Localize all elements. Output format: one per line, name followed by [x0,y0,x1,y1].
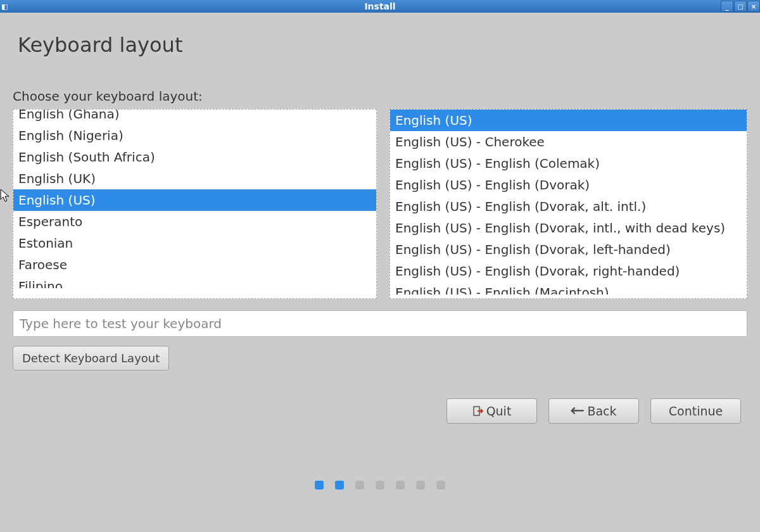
back-label: Back [587,404,616,418]
keyboard-test-input[interactable] [13,310,747,337]
progress-dot [396,481,405,490]
quit-label: Quit [486,404,512,418]
progress-dot [416,481,425,490]
progress-dot [355,481,364,490]
continue-button[interactable]: Continue [650,398,741,424]
app-menu-icon: ◧ [1,3,8,11]
maximize-icon: □ [737,3,743,10]
variant-listbox[interactable]: English (US)English (US) - CherokeeEngli… [390,109,747,299]
close-button[interactable]: × [747,1,760,12]
layout-item[interactable]: Filipino [13,276,376,288]
variant-item[interactable]: English (US) - English (Dvorak, intl., w… [390,217,747,239]
progress-dot [335,481,344,490]
layout-item[interactable]: English (Ghana) [13,109,376,125]
layout-item[interactable]: English (UK) [13,168,376,189]
page-title: Keyboard layout [18,33,747,57]
variant-item[interactable]: English (US) - English (Macintosh) [390,282,747,294]
back-button[interactable]: 🡐 Back [548,398,639,424]
progress-dot [436,481,445,490]
content-area: Keyboard layout Choose your keyboard lay… [0,33,760,490]
nav-buttons: Quit 🡐 Back Continue [13,398,747,424]
variant-item[interactable]: English (US) - English (Dvorak, right-ha… [390,260,747,282]
titlebar: ◧ Install _ □ × [0,0,760,13]
titlebar-left: ◧ [0,3,8,11]
variant-item[interactable]: English (US) - English (Dvorak, alt. int… [390,196,747,217]
layout-item[interactable]: Esperanto [13,211,376,232]
continue-label: Continue [669,404,723,418]
minimize-button[interactable]: _ [721,1,733,12]
progress-dot [376,481,384,490]
layout-item[interactable]: English (Nigeria) [13,125,376,146]
layout-item[interactable]: Faroese [13,254,376,276]
maximize-button[interactable]: □ [734,1,747,12]
quit-button[interactable]: Quit [446,398,537,424]
window-title: Install [364,1,395,11]
detect-keyboard-button[interactable]: Detect Keyboard Layout [13,346,169,370]
variant-item[interactable]: English (US) - English (Dvorak, left-han… [390,239,747,260]
quit-icon [472,405,484,417]
variant-item[interactable]: English (US) - English (Colemak) [390,153,747,174]
back-arrow-icon: 🡐 [571,404,585,418]
choose-label: Choose your keyboard layout: [13,89,747,104]
variant-item[interactable]: English (US) - Cherokee [390,131,747,153]
layouts-row: English (Ghana)English (Nigeria)English … [13,109,747,299]
variant-item[interactable]: English (US) - English (Dvorak) [390,174,747,196]
layout-item[interactable]: English (South Africa) [13,146,376,168]
close-icon: × [751,3,756,10]
layout-item[interactable]: Estonian [13,232,376,254]
minimize-icon: _ [726,3,729,10]
variant-item[interactable]: English (US) [390,110,747,131]
window-controls: _ □ × [720,1,760,12]
layout-listbox[interactable]: English (Ghana)English (Nigeria)English … [13,109,377,299]
progress-dot [315,481,324,490]
progress-indicator [13,481,747,490]
layout-item[interactable]: English (US) [13,189,376,211]
